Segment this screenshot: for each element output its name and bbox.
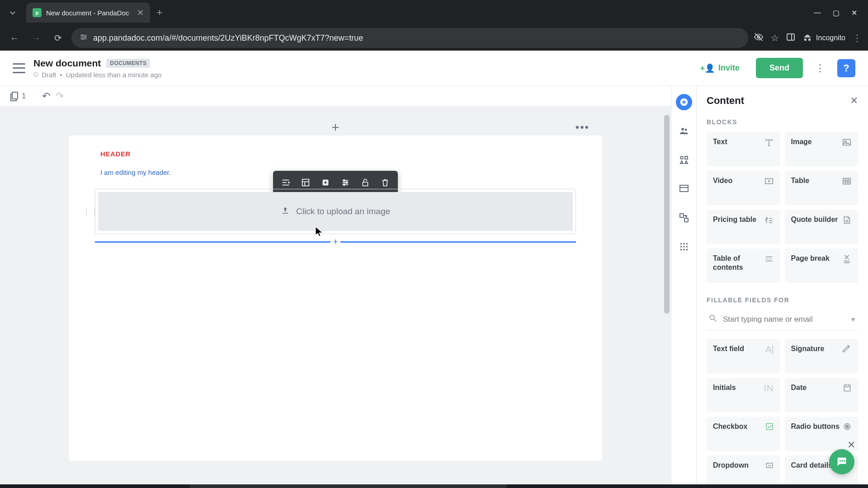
invite-button[interactable]: +👤 Invite — [692, 59, 748, 78]
window-controls: ― ▢ ✕ — [814, 9, 868, 17]
recipient-search[interactable]: ▼ — [707, 310, 858, 331]
svg-rect-23 — [363, 182, 368, 186]
block-image[interactable]: Image — [785, 132, 859, 166]
recipient-dropdown-icon[interactable]: ▼ — [850, 316, 856, 323]
initials-icon: IN — [764, 383, 774, 394]
page-count-button[interactable]: 1 — [10, 91, 26, 101]
browser-address-bar: ← → ⟳ app.pandadoc.com/a/#/documents/2Uz… — [0, 25, 868, 51]
svg-point-41 — [680, 249, 682, 251]
rail-content-button[interactable] — [676, 94, 692, 110]
svg-point-35 — [680, 243, 682, 245]
window-minimize-button[interactable]: ― — [814, 9, 821, 17]
block-table-of-contents[interactable]: Table of contents — [707, 249, 780, 283]
rail-apps-button[interactable] — [676, 239, 692, 255]
canvas[interactable]: + ••• HEADER I am editing my header. ⋮⋮ — [0, 107, 671, 488]
document-type-chip: DOCUMENTS — [106, 59, 150, 68]
svg-point-36 — [683, 243, 685, 245]
side-panel-icon[interactable] — [786, 33, 795, 44]
site-settings-icon[interactable] — [80, 33, 88, 43]
quote-icon — [842, 215, 852, 227]
window-maximize-button[interactable]: ▢ — [833, 9, 840, 17]
url-field[interactable]: app.pandadoc.com/a/#/documents/2UzYiBKr8… — [71, 28, 748, 48]
block-text[interactable]: Text — [707, 132, 780, 166]
svg-rect-63 — [766, 423, 772, 429]
block-pricing-table[interactable]: Pricing table — [707, 210, 780, 244]
upload-prompt: Click to upload an image — [296, 206, 390, 216]
help-button[interactable]: ? — [837, 59, 855, 77]
document-updated: Updated less than a minute ago — [66, 71, 162, 79]
field-date[interactable]: Date — [785, 378, 859, 412]
rail-workflow-button[interactable] — [676, 210, 692, 226]
svg-point-2 — [82, 38, 84, 40]
add-page-button[interactable]: + — [331, 120, 340, 135]
tab-close-button[interactable]: ✕ — [137, 8, 144, 18]
page-count: 1 — [22, 92, 26, 101]
app-header: New document DOCUMENTS Draft • Updated l… — [0, 51, 868, 86]
incognito-label: Incognito — [816, 34, 845, 42]
svg-rect-31 — [680, 185, 688, 192]
fields-section-label: FILLABLE FIELDS FOR — [707, 296, 858, 304]
image-block[interactable]: ⋮⋮ Click to upload an image — [95, 189, 576, 234]
browser-tab[interactable]: p New document - PandaDoc ✕ — [26, 3, 150, 23]
upload-icon — [281, 206, 290, 217]
document-title[interactable]: New document — [33, 58, 101, 69]
field-text[interactable]: Text fieldA| — [707, 339, 780, 373]
svg-rect-47 — [843, 178, 851, 184]
redo-button[interactable]: ↷ — [56, 90, 64, 102]
recipient-search-input[interactable] — [723, 315, 844, 324]
page-more-button[interactable]: ••• — [576, 121, 590, 134]
chat-button[interactable] — [829, 449, 854, 474]
header-block-label: HEADER — [69, 150, 602, 158]
page-controls: + ••• — [69, 107, 602, 127]
field-signature[interactable]: Signature — [785, 339, 859, 373]
menu-button[interactable] — [13, 63, 25, 73]
insert-plus-icon[interactable]: + — [330, 237, 340, 247]
svg-point-42 — [683, 249, 685, 251]
svg-point-71 — [844, 460, 845, 462]
field-dropdown[interactable]: Dropdown — [707, 455, 780, 488]
svg-rect-33 — [680, 214, 684, 217]
undo-button[interactable]: ↶ — [42, 90, 50, 102]
pagebreak-icon — [842, 254, 852, 266]
block-page-break[interactable]: Page break — [785, 249, 859, 283]
header-more-button[interactable]: ⋮ — [811, 59, 829, 77]
block-quote-builder[interactable]: Quote builder — [785, 210, 859, 244]
svg-point-39 — [683, 246, 685, 248]
rail-layout-button[interactable] — [676, 181, 692, 197]
svg-point-28 — [684, 129, 687, 131]
rail-variables-button[interactable] — [676, 152, 692, 168]
date-icon — [843, 383, 852, 394]
image-upload-zone[interactable]: Click to upload an image — [98, 192, 573, 231]
svg-point-0 — [81, 34, 83, 36]
image-icon — [842, 137, 852, 150]
field-checkbox[interactable]: Checkbox — [707, 417, 780, 451]
window-close-button[interactable]: ✕ — [851, 9, 857, 17]
toc-icon — [764, 254, 774, 266]
panel-close-button[interactable]: ✕ — [850, 95, 858, 107]
rail-recipients-button[interactable] — [676, 123, 692, 139]
chat-dismiss-button[interactable]: ✕ — [845, 439, 857, 451]
new-tab-button[interactable]: + — [156, 7, 162, 19]
nav-back-button[interactable]: ← — [6, 30, 23, 46]
browser-menu-button[interactable]: ⋮ — [853, 33, 862, 43]
svg-rect-30 — [685, 156, 688, 159]
nav-reload-button[interactable]: ⟳ — [50, 30, 66, 46]
insert-indicator[interactable]: + — [95, 241, 576, 243]
incognito-indicator[interactable]: Incognito — [802, 33, 845, 43]
document-page[interactable]: HEADER I am editing my header. ⋮⋮ — [69, 136, 602, 461]
block-table[interactable]: Table — [785, 171, 859, 205]
signature-icon — [843, 344, 852, 356]
tracking-icon[interactable] — [754, 32, 764, 44]
block-video[interactable]: Video — [707, 171, 780, 205]
svg-point-57 — [710, 315, 714, 319]
tab-search-button[interactable] — [4, 4, 22, 22]
field-initials[interactable]: InitialsIN — [707, 378, 780, 412]
pricing-icon — [764, 215, 774, 227]
drag-handle-icon[interactable]: ⋮⋮ — [83, 207, 99, 216]
scrollbar[interactable] — [664, 115, 670, 314]
nav-forward-button[interactable]: → — [28, 30, 44, 46]
send-button[interactable]: Send — [756, 58, 803, 78]
bookmark-icon[interactable]: ☆ — [771, 33, 779, 43]
svg-point-20 — [343, 180, 345, 182]
editor-toolbar: 1 ↶ ↷ — [0, 86, 671, 107]
